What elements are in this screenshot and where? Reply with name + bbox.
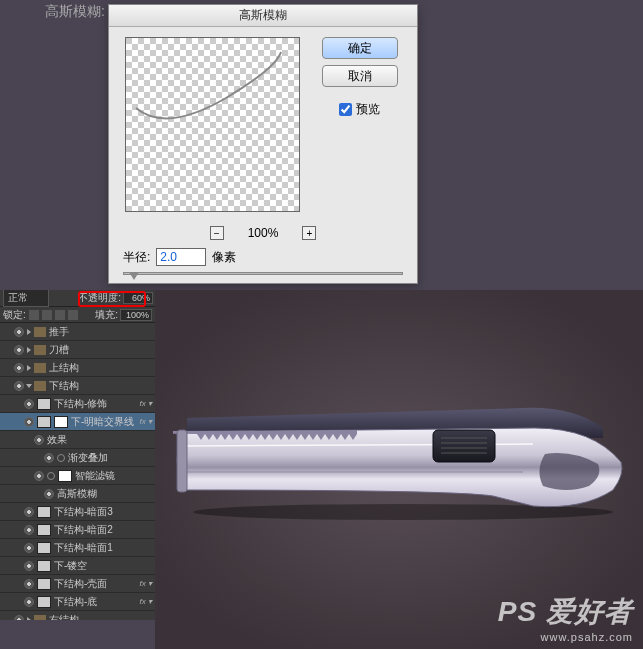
layer-row[interactable]: 下结构-暗面3 bbox=[0, 503, 155, 521]
fx-badge[interactable]: fx ▾ bbox=[140, 579, 155, 588]
visibility-icon[interactable] bbox=[24, 417, 34, 427]
visibility-icon[interactable] bbox=[24, 507, 34, 517]
cancel-button[interactable]: 取消 bbox=[322, 65, 398, 87]
lock-position-icon[interactable] bbox=[55, 310, 65, 320]
layer-row[interactable]: 推手 bbox=[0, 323, 155, 341]
radius-unit: 像素 bbox=[212, 249, 236, 266]
layer-row[interactable]: 下-镂空 bbox=[0, 557, 155, 575]
mask-thumb bbox=[58, 470, 72, 482]
visibility-icon[interactable] bbox=[14, 345, 24, 355]
dialog-title: 高斯模糊 bbox=[109, 5, 417, 27]
visibility-icon[interactable] bbox=[34, 471, 44, 481]
visibility-icon[interactable] bbox=[24, 399, 34, 409]
radius-input[interactable] bbox=[156, 248, 206, 266]
mask-thumb bbox=[54, 416, 68, 428]
canvas-area[interactable]: PS 爱好者 www.psahz.com bbox=[155, 290, 643, 649]
layer-name: 下-镂空 bbox=[54, 559, 155, 573]
disclosure-arrow-icon[interactable] bbox=[27, 329, 31, 335]
zoom-out-button[interactable]: − bbox=[210, 226, 224, 240]
visibility-icon[interactable] bbox=[44, 453, 54, 463]
layer-name: 下结构-底 bbox=[54, 595, 137, 609]
folder-icon bbox=[34, 615, 46, 621]
blend-mode-select[interactable]: 正常 bbox=[3, 290, 49, 307]
layer-thumb bbox=[37, 560, 51, 572]
slider-thumb[interactable] bbox=[129, 272, 139, 280]
layer-thumb bbox=[37, 596, 51, 608]
layer-row[interactable]: 下结构-暗面1 bbox=[0, 539, 155, 557]
visibility-icon[interactable] bbox=[24, 525, 34, 535]
layer-name: 上结构 bbox=[49, 361, 155, 375]
layer-name: 智能滤镜 bbox=[75, 469, 155, 483]
fx-badge[interactable]: fx ▾ bbox=[140, 399, 155, 408]
visibility-icon[interactable] bbox=[24, 561, 34, 571]
radius-slider[interactable] bbox=[123, 272, 403, 286]
visibility-icon[interactable] bbox=[24, 579, 34, 589]
layer-name: 下结构-暗面2 bbox=[54, 523, 155, 537]
layer-thumb bbox=[37, 398, 51, 410]
layers-list: 推手刀槽上结构下结构下结构-修饰fx ▾下-明暗交界线fx ▾效果渐变叠加智能滤… bbox=[0, 323, 155, 620]
zoom-level: 100% bbox=[248, 226, 279, 240]
visibility-icon[interactable] bbox=[14, 381, 24, 391]
zoom-in-button[interactable]: + bbox=[302, 226, 316, 240]
layer-row[interactable]: 下结构 bbox=[0, 377, 155, 395]
layer-row[interactable]: 下结构-暗面2 bbox=[0, 521, 155, 539]
fx-badge[interactable]: fx ▾ bbox=[140, 417, 155, 426]
disclosure-arrow-icon[interactable] bbox=[27, 617, 31, 621]
layer-row[interactable]: 右结构 bbox=[0, 611, 155, 620]
watermark: PS 爱好者 www.psahz.com bbox=[498, 593, 633, 643]
layer-name: 渐变叠加 bbox=[68, 451, 155, 465]
visibility-icon[interactable] bbox=[14, 327, 24, 337]
layer-row[interactable]: 下结构-底fx ▾ bbox=[0, 593, 155, 611]
gaussian-blur-dialog: 高斯模糊 确定 取消 预览 − 100% + 半径: 像素 bbox=[108, 4, 418, 284]
layer-row[interactable]: 智能滤镜 bbox=[0, 467, 155, 485]
layer-name: 右结构 bbox=[49, 613, 155, 621]
ok-button[interactable]: 确定 bbox=[322, 37, 398, 59]
fx-badge[interactable]: fx ▾ bbox=[140, 597, 155, 606]
effect-toggle-icon[interactable] bbox=[57, 454, 65, 462]
layer-name: 下-明暗交界线 bbox=[71, 415, 137, 429]
layers-panel: 正常 不透明度: 锁定: 填充: 推手刀槽上结构下结构下结构-修饰fx ▾下-明… bbox=[0, 290, 155, 620]
layer-row[interactable]: 刀槽 bbox=[0, 341, 155, 359]
layer-name: 下结构-修饰 bbox=[54, 397, 137, 411]
layer-row[interactable]: 下-明暗交界线fx ▾ bbox=[0, 413, 155, 431]
watermark-text: PS 爱好者 bbox=[498, 593, 633, 631]
context-label: 高斯模糊: bbox=[45, 3, 105, 21]
visibility-icon[interactable] bbox=[44, 489, 54, 499]
fill-label: 填充: bbox=[95, 308, 118, 322]
filter-preview[interactable] bbox=[125, 37, 300, 212]
layer-row[interactable]: 渐变叠加 bbox=[0, 449, 155, 467]
lock-transparent-icon[interactable] bbox=[29, 310, 39, 320]
layer-thumb bbox=[37, 506, 51, 518]
layer-row[interactable]: 上结构 bbox=[0, 359, 155, 377]
preview-checkbox[interactable]: 预览 bbox=[339, 101, 380, 118]
layer-name: 下结构 bbox=[49, 379, 155, 393]
folder-icon bbox=[34, 345, 46, 355]
preview-checkbox-input[interactable] bbox=[339, 103, 352, 116]
folder-icon bbox=[34, 363, 46, 373]
visibility-icon[interactable] bbox=[14, 363, 24, 373]
lock-all-icon[interactable] bbox=[68, 310, 78, 320]
visibility-icon[interactable] bbox=[24, 543, 34, 553]
layer-row[interactable]: 效果 bbox=[0, 431, 155, 449]
layer-thumb bbox=[37, 578, 51, 590]
utility-knife-illustration bbox=[173, 400, 628, 520]
disclosure-arrow-icon[interactable] bbox=[27, 365, 31, 371]
disclosure-arrow-icon[interactable] bbox=[27, 347, 31, 353]
visibility-icon[interactable] bbox=[34, 435, 44, 445]
preview-checkbox-label: 预览 bbox=[356, 101, 380, 118]
layer-name: 效果 bbox=[47, 433, 155, 447]
visibility-icon[interactable] bbox=[24, 597, 34, 607]
fill-input[interactable] bbox=[120, 309, 152, 321]
highlight-annotation bbox=[78, 291, 146, 307]
disclosure-arrow-icon[interactable] bbox=[26, 384, 32, 388]
layer-name: 下结构-暗面1 bbox=[54, 541, 155, 555]
layer-name: 刀槽 bbox=[49, 343, 155, 357]
layer-row[interactable]: 高斯模糊 bbox=[0, 485, 155, 503]
lock-pixels-icon[interactable] bbox=[42, 310, 52, 320]
layer-row[interactable]: 下结构-修饰fx ▾ bbox=[0, 395, 155, 413]
layer-row[interactable]: 下结构-壳面fx ▾ bbox=[0, 575, 155, 593]
watermark-url: www.psahz.com bbox=[498, 631, 633, 643]
folder-icon bbox=[34, 327, 46, 337]
visibility-icon[interactable] bbox=[14, 615, 24, 621]
effect-toggle-icon[interactable] bbox=[47, 472, 55, 480]
